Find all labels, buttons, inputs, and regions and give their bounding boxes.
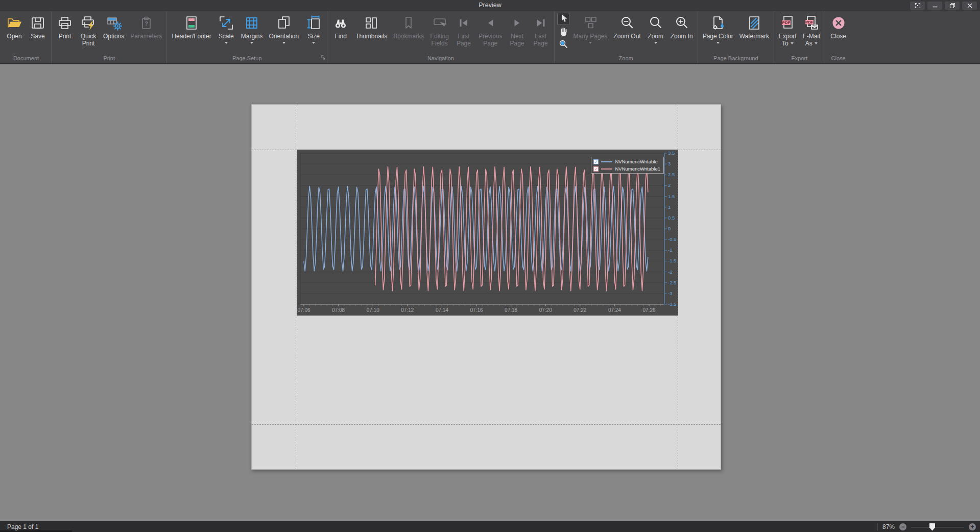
orientation-button[interactable]: Orientation	[266, 12, 302, 47]
restore-button[interactable]	[945, 2, 960, 10]
scale-icon	[218, 14, 234, 32]
page-setup-dialog-launcher-icon[interactable]	[321, 53, 325, 62]
export-to-dropdown-icon	[791, 42, 794, 44]
first-page-button[interactable]: FirstPage	[452, 12, 475, 47]
svg-text:2: 2	[668, 182, 671, 188]
first-page-label: First	[458, 33, 469, 40]
zoom-control: 87% − +	[877, 521, 976, 532]
next-page-label2: Page	[510, 40, 524, 47]
last-page-button[interactable]: LastPage	[529, 12, 553, 47]
svg-text:07:22: 07:22	[573, 307, 586, 313]
fullscreen-button[interactable]	[910, 2, 925, 10]
export-to-button[interactable]: PDF ExportTo	[776, 12, 800, 47]
ribbon-group-close: Close Close	[825, 11, 852, 63]
previous-page-button[interactable]: PreviousPage	[475, 12, 506, 47]
svg-text:-0.5: -0.5	[668, 236, 676, 242]
header-footer-button[interactable]: Header/Footer	[169, 12, 214, 47]
svg-text:07:08: 07:08	[332, 307, 345, 313]
svg-text:07:26: 07:26	[642, 307, 655, 313]
scale-button[interactable]: Scale	[214, 12, 238, 47]
zoom-slider-thumb[interactable]	[929, 523, 935, 531]
save-label: Save	[31, 33, 44, 40]
previous-page-label: Previous	[479, 33, 503, 40]
thumbnails-button[interactable]: Thumbnails	[352, 12, 390, 47]
page-color-button[interactable]: Page Color	[700, 12, 736, 47]
preview-canvas[interactable]: 07:0607:0807:1007:1207:1407:1607:1807:20…	[0, 64, 980, 521]
open-button[interactable]: Open	[3, 12, 26, 47]
svg-text:PDF: PDF	[805, 20, 814, 25]
group-caption-document: Document	[3, 54, 50, 63]
zoom-button[interactable]: Zoom	[644, 12, 667, 47]
watermark-label: Watermark	[739, 33, 769, 40]
fullscreen-icon	[915, 3, 921, 9]
svg-text:-3.5: -3.5	[668, 301, 676, 307]
many-pages-dropdown-icon	[589, 42, 592, 44]
orientation-dropdown-icon	[282, 42, 285, 44]
export-to-label: Export	[779, 33, 797, 40]
svg-text:-1.5: -1.5	[668, 258, 676, 263]
close-circle-icon	[830, 14, 847, 32]
zoom-out-status-button[interactable]: −	[899, 523, 906, 530]
svg-text:-2: -2	[668, 269, 672, 275]
legend-checkbox-checked-icon[interactable]: ✓	[593, 166, 599, 172]
ribbon-group-page-background: Page Color Watermark Page Background	[698, 11, 774, 63]
editing-fields-label: Editing	[430, 33, 449, 40]
print-label: Print	[59, 33, 71, 40]
pointer-tool-button[interactable]	[557, 13, 569, 25]
ribbon-group-export: PDF ExportTo PDF E-MailAs Export	[774, 11, 825, 63]
plus-icon: +	[970, 524, 974, 529]
editing-fields-button[interactable]: EditingFields	[427, 12, 452, 47]
quick-print-button[interactable]: QuickPrint	[77, 12, 100, 47]
zoom-in-icon	[674, 14, 690, 32]
zoom-in-button[interactable]: Zoom In	[667, 12, 696, 47]
watermark-button[interactable]: Watermark	[736, 12, 772, 47]
minimize-button[interactable]	[927, 2, 942, 10]
zoom-out-button[interactable]: Zoom Out	[610, 12, 643, 47]
page-color-label: Page Color	[703, 33, 733, 40]
svg-text:-2.5: -2.5	[668, 280, 676, 285]
zoom-region-tool-button[interactable]	[557, 38, 569, 51]
line-chart: 07:0607:0807:1007:1207:1407:1607:1807:20…	[297, 150, 677, 315]
parameters-label: Parameters	[130, 33, 162, 40]
close-icon	[967, 3, 973, 9]
zoom-in-label: Zoom In	[671, 33, 693, 40]
zoom-dropdown-icon	[654, 42, 657, 44]
size-icon	[305, 14, 322, 32]
next-page-label: Next	[511, 33, 523, 40]
ribbon-group-page-setup: Header/Footer Scale Margins Orientation …	[167, 11, 327, 63]
save-button[interactable]: Save	[26, 12, 50, 47]
zoom-label: Zoom	[648, 33, 663, 40]
group-caption-navigation: Navigation	[329, 54, 552, 63]
margin-guide-right	[678, 105, 678, 469]
print-options-icon	[106, 14, 122, 32]
size-button[interactable]: Size	[302, 12, 325, 47]
print-button[interactable]: Print	[53, 12, 77, 47]
svg-text:07:14: 07:14	[436, 307, 448, 313]
email-as-label: E-Mail	[803, 33, 820, 40]
next-page-button[interactable]: NextPage	[506, 12, 529, 47]
svg-text:PDF: PDF	[782, 20, 791, 25]
email-as-button[interactable]: PDF E-MailAs	[800, 12, 823, 47]
many-pages-button[interactable]: Many Pages	[570, 12, 611, 47]
margins-button[interactable]: Margins	[238, 12, 266, 47]
find-button[interactable]: Find	[329, 12, 352, 47]
margin-guide-left	[296, 105, 296, 469]
zoom-percent: 87%	[882, 523, 895, 530]
close-window-button[interactable]	[962, 2, 977, 10]
hand-tool-button[interactable]	[557, 26, 569, 38]
parameters-button[interactable]: ? Parameters	[127, 12, 165, 47]
pointer-icon	[558, 13, 569, 26]
zoom-slider[interactable]	[911, 523, 964, 530]
svg-text:-1: -1	[668, 247, 672, 253]
page-color-dropdown-icon	[716, 42, 720, 44]
legend-checkbox-checked-icon[interactable]: ✓	[593, 159, 599, 164]
open-label: Open	[7, 33, 21, 40]
zoom-in-status-button[interactable]: +	[969, 523, 976, 530]
options-button[interactable]: Options	[100, 12, 127, 47]
many-pages-label: Many Pages	[573, 33, 608, 40]
minimize-icon	[932, 3, 938, 9]
close-preview-button[interactable]: Close	[827, 12, 850, 47]
size-dropdown-icon	[312, 42, 315, 44]
chart-legend: ✓ NVNumericWritable ✓ NVNumericWritable1	[591, 157, 664, 174]
bookmarks-button[interactable]: Bookmarks	[390, 12, 427, 47]
